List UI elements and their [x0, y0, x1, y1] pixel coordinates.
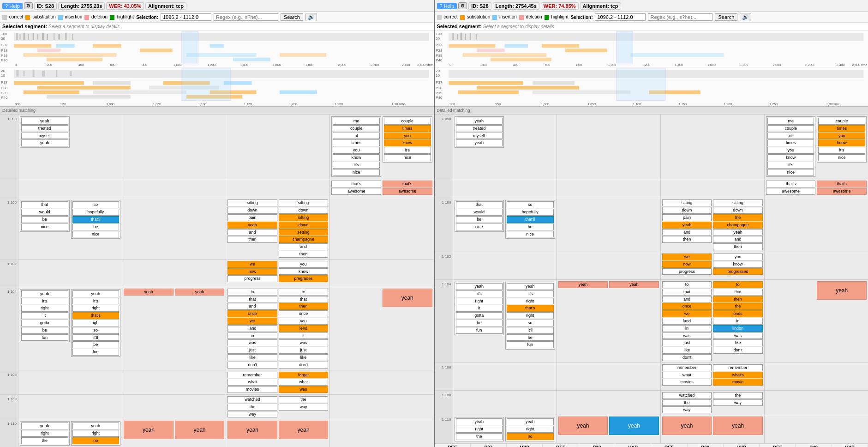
- speaker-cols-1104: yeah it's right it gotta be fun: [18, 287, 434, 370]
- time-label-1098: 1 098: [0, 115, 18, 179]
- svg-text:200: 200: [47, 63, 52, 66]
- r-word-couple: couple: [767, 125, 814, 132]
- p39-pair-1110: yeah yeah: [226, 419, 330, 447]
- r-would: would: [456, 209, 503, 216]
- wh-you2: you: [279, 261, 329, 268]
- wh-setting: setting: [279, 229, 329, 236]
- p39-r-pair-1100: sitting down pain yeah and then sitting: [661, 198, 765, 252]
- svg-text:1,30 time: 1,30 time: [826, 102, 839, 105]
- substitution-legend-right: substitution: [460, 14, 490, 19]
- viz-overview-right[interactable]: 100 50 P37 P38 P39 P40: [435, 30, 868, 67]
- rh-then-r: then: [713, 296, 763, 303]
- speaker-cols-thats: that's awesome that's awesome: [18, 179, 434, 198]
- segment-hint-right: Select a segment to display details: [483, 24, 554, 29]
- settings-button-left[interactable]: ⚙: [24, 2, 33, 9]
- p37-r-group-1104: yeah it's right it gotta be fun: [455, 282, 504, 335]
- p40-r-hyp-group-top: couple times you know it's nice: [817, 116, 867, 163]
- r-it: it: [456, 305, 503, 312]
- word-nice4: nice: [72, 231, 120, 238]
- main-content-right[interactable]: Detailed matching 1 098: [435, 107, 868, 447]
- p40-r-ref-thats: that's awesome: [766, 181, 816, 195]
- main-content-left[interactable]: Detailed matching 1 098 yeah: [0, 107, 434, 447]
- rh-yeah-r: yeah: [507, 283, 554, 290]
- viz-overview-left[interactable]: 100 50 P37 P38 P39 P40: [0, 30, 434, 67]
- p39-pair-1102: we now progress you know pregrades: [226, 260, 330, 287]
- svg-rect-11: [33, 33, 34, 40]
- p38-ref-1104: yeah: [124, 289, 174, 296]
- length-value-right: Length: 2754.45s: [496, 3, 537, 9]
- selection-input-left[interactable]: [161, 13, 211, 21]
- length-badge-left: Length: 2755.23s: [58, 2, 105, 10]
- svg-text:1,400: 1,400: [675, 63, 683, 66]
- w-yeah-1110: yeah: [21, 423, 68, 429]
- rh-like2: like: [713, 339, 763, 346]
- p40-pair-1102: [330, 260, 433, 287]
- w-its: it's: [21, 298, 68, 305]
- p37-r-ref-1098: yeah treated myself yeah: [455, 116, 504, 148]
- word-myself: myself: [21, 133, 68, 139]
- time-label-1106: 1 106: [0, 370, 18, 394]
- regex-input-right[interactable]: [648, 13, 712, 21]
- help-button-right[interactable]: ? Help: [437, 3, 457, 9]
- rh-the: the: [713, 214, 763, 221]
- w-pain: pain: [227, 214, 277, 221]
- wh-be3: be: [72, 341, 120, 348]
- svg-rect-60: [93, 81, 131, 85]
- rh-dont2: don't: [713, 347, 763, 354]
- highlight-legend-right: highlight: [545, 14, 569, 19]
- svg-text:P40: P40: [1, 95, 8, 99]
- rh-whats: what's: [713, 372, 763, 379]
- id-value-left: ID: S28: [37, 3, 54, 9]
- wh-yeah-big: yeah: [383, 289, 432, 307]
- svg-rect-58: [70, 71, 72, 76]
- speaker-cols-1102: we now progress you know pregrades: [18, 260, 434, 287]
- svg-rect-63: [37, 85, 131, 89]
- speaker-button-left[interactable]: 🔊: [305, 13, 317, 21]
- wh-forget: forget: [279, 372, 329, 379]
- word-you: you: [333, 147, 380, 154]
- svg-text:1,150: 1,150: [244, 102, 252, 105]
- speaker-button-right[interactable]: 🔊: [740, 13, 751, 21]
- svg-text:950: 950: [60, 102, 66, 105]
- p40-r-1108: [765, 391, 868, 415]
- search-button-right[interactable]: Search: [715, 13, 737, 21]
- word-nice2: nice: [384, 154, 431, 161]
- selection-input-right[interactable]: [595, 13, 646, 21]
- svg-text:2,400: 2,400: [836, 63, 844, 66]
- word-would: would: [21, 209, 68, 216]
- rh-then: then: [713, 243, 763, 250]
- svg-rect-129: [533, 90, 630, 94]
- settings-button-right[interactable]: ⚙: [458, 2, 467, 9]
- p40-r-1102: [765, 252, 868, 279]
- svg-rect-27: [280, 53, 326, 57]
- rh-itll: it'll: [507, 327, 554, 334]
- regex-input-left[interactable]: [214, 13, 278, 21]
- w-it: it: [21, 312, 68, 319]
- rh-down: down: [713, 207, 763, 214]
- time-label-r-1098: 1 098: [435, 115, 453, 179]
- selection-label-left: Selection:: [136, 15, 158, 20]
- wh-down2: down: [279, 222, 329, 229]
- r-nice4: nice: [507, 231, 554, 238]
- viz-detail-right[interactable]: 20 10 P37 P38 P39 P40 90: [435, 67, 868, 106]
- search-button-left[interactable]: Search: [281, 13, 303, 21]
- viz-detail-left[interactable]: 20 10 P37 P38 P39 P40: [0, 67, 434, 106]
- time-label-r-thats: [435, 179, 453, 198]
- p37-r-hyp-1110: yeah right no: [505, 417, 555, 441]
- rh-know2: know: [713, 261, 763, 268]
- r-that2: that: [456, 201, 503, 208]
- viz-section-right: 100 50 P37 P38 P39 P40: [435, 30, 868, 107]
- p39-pair-thats: [226, 179, 330, 198]
- deletion-legend-left: deletion: [84, 14, 108, 19]
- r-be2: be: [507, 224, 554, 230]
- p37-r-hyp-1100: so hopefully that'll be nice: [505, 200, 555, 239]
- help-button-left[interactable]: ? Help: [2, 3, 23, 9]
- bl-r-p37: P37: [471, 444, 507, 447]
- p37-r-ref-1104: yeah it's right it gotta be fun: [455, 281, 504, 336]
- svg-rect-13: [42, 33, 44, 40]
- r-now: now: [662, 261, 712, 268]
- r-yeah-r: yeah: [456, 283, 503, 290]
- r-word-myself: myself: [456, 133, 503, 139]
- svg-rect-68: [280, 90, 317, 94]
- r-word-its2: it's: [818, 147, 865, 154]
